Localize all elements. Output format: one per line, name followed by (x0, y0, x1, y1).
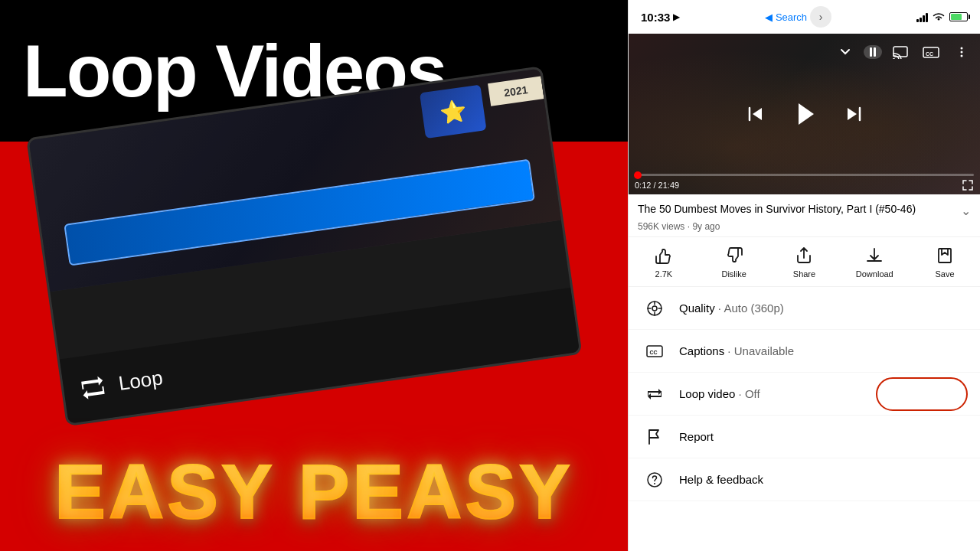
star-badge: ⭐ (420, 85, 487, 139)
svg-text:CC: CC (650, 349, 658, 354)
play-triangle (799, 103, 814, 125)
svg-rect-0 (893, 47, 907, 57)
report-menu-item[interactable]: Report (629, 416, 980, 458)
time-row: 0:12 / 21:49 (635, 179, 974, 191)
report-text: Report (679, 430, 714, 443)
download-button[interactable]: Download (853, 245, 896, 279)
video-title-row: The 50 Dumbest Moves in Survivor History… (638, 202, 971, 218)
wifi-icon (933, 12, 945, 21)
share-label: Share (793, 269, 815, 279)
battery-tip (969, 15, 970, 19)
status-left: 10:33 ▶ (641, 11, 680, 24)
svg-text:CC: CC (926, 51, 933, 57)
save-button[interactable]: Save (923, 245, 966, 279)
fullscreen-button[interactable] (962, 179, 974, 191)
dislike-label: Dislike (721, 269, 746, 279)
video-meta: 596K views · 9y ago (638, 221, 971, 232)
video-bottom-bar: 0:12 / 21:49 (629, 171, 980, 194)
signal-bar-4 (926, 13, 928, 22)
svg-point-1 (893, 58, 895, 59)
more-options-button[interactable] (949, 40, 974, 64)
progress-bar[interactable] (635, 174, 974, 176)
status-bar: 10:33 ▶ ◀ Search › (629, 0, 980, 34)
pause-button[interactable] (864, 45, 882, 59)
skip-back-button[interactable] (745, 103, 766, 125)
chevron-down-video-btn[interactable] (833, 40, 858, 64)
battery-icon (949, 12, 968, 21)
svg-point-13 (654, 483, 655, 484)
share-button[interactable]: Share (782, 245, 825, 279)
expand-icon[interactable]: ⌄ (961, 204, 971, 218)
dislike-button[interactable]: Dislike (713, 245, 756, 279)
menu-list: Quality · Auto (360p) CC Captions · Unav… (629, 287, 980, 551)
cc-button[interactable]: CC (919, 40, 943, 64)
forward-button[interactable]: › (810, 6, 831, 28)
svg-rect-7 (939, 249, 951, 262)
svg-point-6 (961, 55, 963, 57)
signal-bar-3 (923, 15, 925, 22)
loop-icon-device (77, 372, 109, 403)
download-label: Download (856, 269, 893, 279)
status-location-icon: ▶ (673, 11, 680, 22)
save-label: Save (936, 269, 955, 279)
battery-fill (951, 14, 962, 20)
current-time: 0:12 / 21:49 (635, 181, 679, 190)
captions-icon: CC (641, 337, 668, 365)
skip-forward-button[interactable] (843, 103, 864, 125)
loop-label-device: Loop (117, 366, 165, 396)
status-time: 10:33 (641, 11, 670, 24)
play-button[interactable] (788, 97, 822, 131)
dislike-icon (725, 245, 743, 266)
help-feedback-text: Help & feedback (679, 473, 763, 486)
video-center-controls[interactable] (745, 97, 864, 131)
status-right (916, 11, 968, 22)
left-panel: Loop Videos ⭐ 2021 Loop (0, 0, 628, 551)
svg-point-9 (652, 306, 657, 311)
help-feedback-menu-item[interactable]: Help & feedback (629, 458, 980, 501)
signal-bar-1 (916, 19, 919, 22)
video-top-controls: CC (629, 34, 980, 70)
progress-dot (634, 171, 642, 179)
pause-bar-1 (870, 47, 872, 57)
right-panel: 10:33 ▶ ◀ Search › (628, 0, 980, 551)
quality-text: Quality · Auto (360p) (679, 302, 784, 315)
like-label: 2.7K (655, 269, 673, 279)
video-player[interactable]: CC (629, 34, 980, 194)
svg-point-4 (961, 47, 963, 50)
back-search-label[interactable]: ◀ Search (765, 11, 807, 23)
loop-circle-highlight (876, 377, 968, 411)
quality-menu-item[interactable]: Quality · Auto (360p) (629, 287, 980, 330)
cast-button[interactable] (888, 40, 913, 64)
like-button[interactable]: 2.7K (642, 245, 685, 279)
video-title: The 50 Dumbest Moves in Survivor History… (638, 202, 955, 216)
easy-peasy-text: EASY PEASY (0, 448, 628, 536)
pause-bar-2 (874, 47, 876, 57)
svg-point-5 (961, 51, 963, 54)
loop-icon (641, 380, 668, 408)
report-icon (641, 423, 668, 451)
video-info: The 50 Dumbest Moves in Survivor History… (629, 194, 980, 237)
captions-text: Captions · Unavailable (679, 344, 794, 357)
download-icon (865, 245, 884, 266)
captions-menu-item[interactable]: CC Captions · Unavailable (629, 330, 980, 373)
signal-bar-2 (920, 18, 922, 22)
signal-bars (916, 11, 928, 22)
save-icon (936, 245, 954, 266)
share-icon (795, 245, 813, 266)
view-count: 596K views (638, 221, 684, 232)
loop-text: Loop video · Off (679, 387, 760, 400)
like-icon (655, 245, 673, 266)
loop-video-menu-item[interactable]: Loop video · Off (629, 373, 980, 416)
status-nav[interactable]: ◀ Search › (765, 6, 831, 28)
help-icon (641, 466, 668, 494)
quality-icon (641, 295, 668, 322)
action-buttons-row: 2.7K Dislike Share Down (629, 237, 980, 287)
video-age: 9y ago (692, 221, 720, 232)
